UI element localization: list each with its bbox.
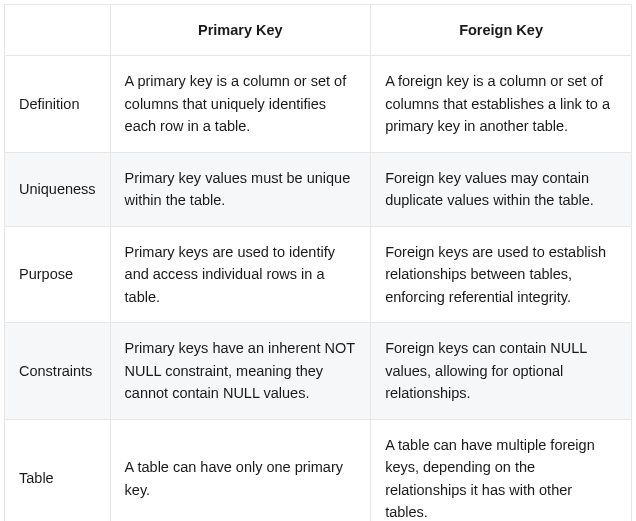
table-row: Uniqueness Primary key values must be un… — [5, 152, 632, 226]
cell-foreign: Foreign key values may contain duplicate… — [371, 152, 632, 226]
row-label: Table — [5, 419, 111, 521]
cell-foreign: Foreign keys are used to establish relat… — [371, 226, 632, 322]
table-row: Purpose Primary keys are used to identif… — [5, 226, 632, 322]
row-label: Constraints — [5, 323, 111, 419]
cell-primary: A table can have only one primary key. — [110, 419, 371, 521]
header-corner — [5, 5, 111, 56]
cell-primary: Primary keys have an inherent NOT NULL c… — [110, 323, 371, 419]
cell-primary: Primary key values must be unique within… — [110, 152, 371, 226]
cell-foreign: A table can have multiple foreign keys, … — [371, 419, 632, 521]
table-row: Definition A primary key is a column or … — [5, 56, 632, 152]
row-label: Definition — [5, 56, 111, 152]
row-label: Purpose — [5, 226, 111, 322]
cell-foreign: A foreign key is a column or set of colu… — [371, 56, 632, 152]
cell-primary: Primary keys are used to identify and ac… — [110, 226, 371, 322]
header-primary-key: Primary Key — [110, 5, 371, 56]
header-row: Primary Key Foreign Key — [5, 5, 632, 56]
cell-primary: A primary key is a column or set of colu… — [110, 56, 371, 152]
table-row: Table A table can have only one primary … — [5, 419, 632, 521]
cell-foreign: Foreign keys can contain NULL values, al… — [371, 323, 632, 419]
header-foreign-key: Foreign Key — [371, 5, 632, 56]
comparison-table: Primary Key Foreign Key Definition A pri… — [4, 4, 632, 521]
row-label: Uniqueness — [5, 152, 111, 226]
table-row: Constraints Primary keys have an inheren… — [5, 323, 632, 419]
